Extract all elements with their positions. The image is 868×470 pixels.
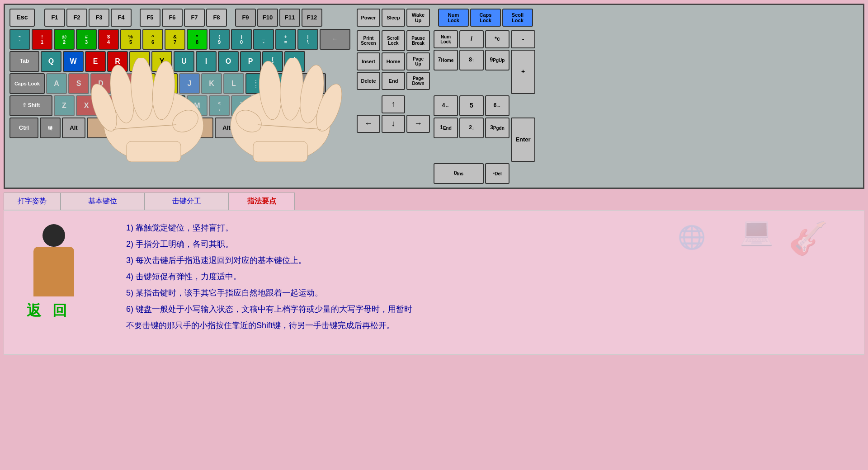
key-i[interactable]: I — [196, 51, 217, 72]
key-h[interactable]: H — [157, 73, 178, 94]
tab-daziziishi[interactable]: 打字姿势 — [4, 193, 61, 210]
key-f3[interactable]: F3 — [89, 9, 109, 27]
key-a[interactable]: A — [46, 73, 67, 94]
key-power[interactable]: Power — [357, 9, 380, 27]
key-9[interactable]: (9 — [209, 29, 230, 50]
key-n[interactable]: N — [165, 95, 185, 116]
key-f[interactable]: F — [113, 73, 133, 94]
key-rbracket[interactable]: }] — [284, 51, 305, 72]
key-2[interactable]: @2 — [54, 29, 75, 50]
key-scrollock-ind[interactable]: ScollLock — [502, 9, 533, 27]
key-backslash[interactable]: |\ — [297, 29, 318, 50]
key-f7[interactable]: F7 — [184, 9, 205, 27]
key-equals[interactable]: += — [275, 29, 296, 50]
key-3[interactable]: #3 — [76, 29, 97, 50]
key-w[interactable]: W — [63, 51, 84, 72]
key-4[interactable]: $4 — [98, 29, 119, 50]
key-e[interactable]: E — [85, 51, 106, 72]
key-up[interactable]: ↑ — [382, 95, 405, 113]
key-minus[interactable]: _- — [253, 29, 274, 50]
key-f5[interactable]: F5 — [140, 9, 160, 27]
key-delete[interactable]: Delete — [357, 72, 380, 90]
key-f6[interactable]: F6 — [162, 9, 183, 27]
key-np-7[interactable]: 7Home — [434, 50, 458, 70]
key-left[interactable]: ← — [357, 115, 380, 133]
key-z[interactable]: Z — [54, 95, 75, 116]
key-np-numlock[interactable]: NumLock — [434, 30, 458, 48]
key-f2[interactable]: F2 — [66, 9, 87, 27]
key-scrolllock[interactable]: ScrollLock — [382, 30, 405, 51]
key-np-enter[interactable]: Enter — [511, 118, 535, 162]
key-u[interactable]: U — [174, 51, 194, 72]
key-win-right[interactable]: 键 — [240, 118, 260, 138]
key-lbracket[interactable]: {[ — [262, 51, 283, 72]
key-quote[interactable]: '" — [268, 73, 288, 94]
key-7[interactable]: &7 — [165, 29, 185, 50]
key-np-3[interactable]: 3Pgdn — [485, 118, 509, 138]
key-m[interactable]: M — [187, 95, 208, 116]
key-f10[interactable]: F10 — [257, 9, 278, 27]
key-np-dot[interactable]: -Del — [485, 163, 509, 184]
key-f8[interactable]: F8 — [206, 9, 227, 27]
key-np-4[interactable]: 4← — [434, 95, 458, 116]
key-c[interactable]: C — [98, 95, 119, 116]
key-alt-right[interactable]: Alt — [215, 118, 238, 138]
key-d[interactable]: D — [90, 73, 111, 94]
key-win-left[interactable]: 键 — [40, 118, 61, 138]
tab-jijianfengong[interactable]: 击键分工 — [145, 193, 229, 210]
key-j[interactable]: J — [179, 73, 200, 94]
key-np-8[interactable]: 8↑ — [459, 50, 484, 70]
key-capslock-ind[interactable]: CapsLock — [470, 9, 501, 27]
key-insert[interactable]: Insert — [357, 52, 380, 70]
key-capslock[interactable]: Caps Look — [9, 73, 45, 94]
key-y[interactable]: Y — [151, 51, 172, 72]
key-end[interactable]: End — [382, 72, 405, 90]
key-x[interactable]: X — [76, 95, 97, 116]
key-g[interactable]: G — [135, 73, 156, 94]
key-right[interactable]: → — [406, 115, 430, 133]
key-np-5[interactable]: 5 — [459, 95, 484, 116]
key-r[interactable]: R — [107, 51, 128, 72]
key-pagedown[interactable]: PageDown — [406, 72, 430, 90]
key-p[interactable]: P — [240, 51, 261, 72]
key-shift-right[interactable]: ⇧ Shift — [275, 95, 325, 116]
key-np-minus[interactable]: - — [511, 30, 535, 48]
key-backspace[interactable]: ← — [320, 29, 350, 50]
key-wake[interactable]: WakeUp — [406, 9, 430, 27]
key-np-divide[interactable]: / — [459, 30, 484, 48]
key-np-9[interactable]: 9PgUp — [485, 50, 509, 70]
key-5[interactable]: %5 — [120, 29, 141, 50]
key-home[interactable]: Home — [382, 52, 405, 70]
key-f4[interactable]: F4 — [111, 9, 132, 27]
key-f11[interactable]: F11 — [279, 9, 300, 27]
key-esc[interactable]: Esc — [9, 9, 35, 27]
key-down[interactable]: ↓ — [382, 115, 405, 133]
key-alt-left[interactable]: Alt — [62, 118, 85, 138]
key-k[interactable]: K — [201, 73, 222, 94]
key-f1[interactable]: F1 — [44, 9, 65, 27]
key-enter[interactable]: Enter← — [290, 73, 326, 94]
key-f9[interactable]: F9 — [235, 9, 256, 27]
back-button[interactable]: 返 回 — [27, 301, 71, 321]
key-t[interactable]: T — [129, 51, 150, 72]
key-pause[interactable]: PauseBreak — [406, 30, 430, 51]
key-6[interactable]: ^6 — [142, 29, 163, 50]
key-np-plus[interactable]: + — [511, 50, 535, 94]
key-tab[interactable]: Tab — [9, 51, 39, 72]
tab-jibenjianwei[interactable]: 基本键位 — [61, 193, 145, 210]
key-tilde[interactable]: ~` — [9, 29, 30, 50]
key-1[interactable]: !1 — [32, 29, 52, 50]
key-pageup[interactable]: PageUp — [406, 52, 430, 70]
key-sleep[interactable]: Sleep — [382, 9, 405, 27]
key-8[interactable]: *8 — [187, 29, 208, 50]
key-q[interactable]: Q — [41, 51, 61, 72]
key-np-6[interactable]: 6→ — [485, 95, 509, 116]
key-v[interactable]: V — [120, 95, 141, 116]
key-o[interactable]: O — [218, 51, 239, 72]
key-l[interactable]: L — [223, 73, 244, 94]
key-ctrl-right[interactable]: Ctrl — [284, 118, 313, 138]
key-menu[interactable]: ☰ — [262, 118, 283, 138]
key-shift-left[interactable]: ⇧ Shift — [9, 95, 52, 116]
key-space[interactable] — [87, 118, 213, 138]
key-s[interactable]: S — [68, 73, 89, 94]
